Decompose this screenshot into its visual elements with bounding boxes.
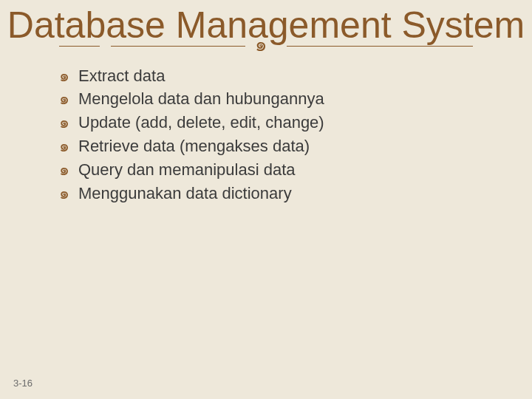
bullet-icon: ๑ xyxy=(59,158,78,182)
bullet-list: ๑Extract data ๑Mengelola data dan hubung… xyxy=(59,64,532,205)
bullet-icon: ๑ xyxy=(59,111,78,134)
list-item: ๑Mengelola data dan hubungannya xyxy=(59,87,532,111)
page-number: 3-16 xyxy=(13,378,33,389)
list-item-text: Retrieve data (mengakses data) xyxy=(78,137,310,155)
bullet-icon: ๑ xyxy=(59,64,78,88)
list-item: ๑Extract data xyxy=(59,64,532,88)
list-item: ๑Retrieve data (mengakses data) xyxy=(59,134,532,158)
bullet-icon: ๑ xyxy=(59,134,78,158)
list-item: ๑Update (add, delete, edit, change) xyxy=(59,111,532,134)
list-item-text: Mengelola data dan hubungannya xyxy=(78,89,324,108)
list-item-text: Extract data xyxy=(78,66,165,85)
bullet-icon: ๑ xyxy=(59,87,78,111)
list-item-text: Query dan memanipulasi data xyxy=(78,160,296,179)
list-item-text: Menggunakan data dictionary xyxy=(78,184,292,202)
list-item: ๑Menggunakan data dictionary xyxy=(59,182,532,205)
bullet-icon: ๑ xyxy=(59,182,78,205)
title-divider: ๑ xyxy=(59,38,473,54)
flourish-icon: ๑ xyxy=(255,35,267,55)
list-item: ๑Query dan memanipulasi data xyxy=(59,158,532,182)
list-item-text: Update (add, delete, edit, change) xyxy=(78,113,324,132)
